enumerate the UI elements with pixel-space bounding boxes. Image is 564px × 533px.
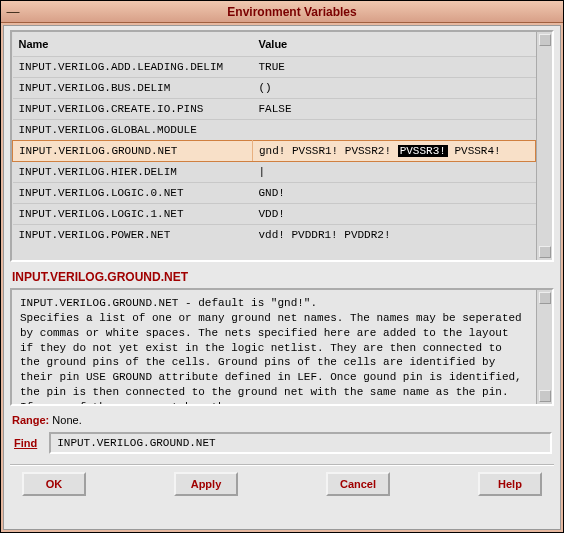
ok-button[interactable]: OK bbox=[22, 472, 86, 496]
env-table-body[interactable]: Name Value INPUT.VERILOG.ADD.LEADING.DEL… bbox=[12, 32, 536, 260]
cell-name: INPUT.VERILOG.CREATE.IO.PINS bbox=[13, 99, 253, 120]
col-header-name[interactable]: Name bbox=[13, 32, 253, 57]
scroll-track[interactable] bbox=[539, 304, 551, 390]
scroll-up-icon[interactable] bbox=[539, 292, 551, 304]
table-row[interactable]: INPUT.VERILOG.POWER.NETvdd! PVDDR1! PVDD… bbox=[13, 225, 536, 246]
cell-value: | bbox=[253, 162, 536, 183]
table-row[interactable]: INPUT.VERILOG.BUS.DELIM() bbox=[13, 78, 536, 99]
table-header-row: Name Value bbox=[13, 32, 536, 57]
description-scrollbar[interactable] bbox=[536, 290, 552, 404]
env-vars-window: — Environment Variables Name Value INPUT… bbox=[0, 0, 564, 533]
dialog-buttons: OK Apply Cancel Help bbox=[10, 472, 554, 498]
table-scrollbar[interactable] bbox=[536, 32, 552, 260]
description-panel: INPUT.VERILOG.GROUND.NET - default is "g… bbox=[10, 288, 554, 406]
find-button[interactable]: Find bbox=[12, 435, 39, 451]
range-row: Range: None. bbox=[10, 406, 554, 432]
find-input[interactable] bbox=[57, 437, 544, 449]
detail-heading: INPUT.VERILOG.GROUND.NET bbox=[10, 262, 554, 288]
table-row[interactable]: INPUT.VERILOG.LOGIC.0.NETGND! bbox=[13, 183, 536, 204]
table-row[interactable]: INPUT.VERILOG.LOGIC.1.NETVDD! bbox=[13, 204, 536, 225]
help-button[interactable]: Help bbox=[478, 472, 542, 496]
cell-name: INPUT.VERILOG.GLOBAL.MODULE bbox=[13, 120, 253, 141]
cell-name: INPUT.VERILOG.ADD.LEADING.DELIM bbox=[13, 57, 253, 78]
cell-name: INPUT.VERILOG.LOGIC.0.NET bbox=[13, 183, 253, 204]
scroll-down-icon[interactable] bbox=[539, 390, 551, 402]
range-value: None. bbox=[52, 414, 81, 426]
scroll-track[interactable] bbox=[539, 46, 551, 246]
cell-value: VDD! bbox=[253, 204, 536, 225]
apply-button[interactable]: Apply bbox=[174, 472, 238, 496]
cell-name: INPUT.VERILOG.LOGIC.1.NET bbox=[13, 204, 253, 225]
cell-value: GND! bbox=[253, 183, 536, 204]
cell-value: TRUE bbox=[253, 57, 536, 78]
cell-name: INPUT.VERILOG.POWER.NET bbox=[13, 225, 253, 246]
window-title: Environment Variables bbox=[25, 5, 559, 19]
cell-value: () bbox=[253, 78, 536, 99]
range-label: Range: bbox=[12, 414, 49, 426]
col-header-value[interactable]: Value bbox=[253, 32, 536, 57]
cell-name: INPUT.VERILOG.HIER.DELIM bbox=[13, 162, 253, 183]
scroll-up-icon[interactable] bbox=[539, 34, 551, 46]
env-table: Name Value INPUT.VERILOG.ADD.LEADING.DEL… bbox=[10, 30, 554, 262]
find-input-wrap bbox=[49, 432, 552, 454]
client-area: Name Value INPUT.VERILOG.ADD.LEADING.DEL… bbox=[3, 25, 561, 530]
cell-value: vdd! PVDDR1! PVDDR2! bbox=[253, 225, 536, 246]
selected-token: PVSSR3! bbox=[398, 145, 448, 157]
cell-value: FALSE bbox=[253, 99, 536, 120]
table-row[interactable]: INPUT.VERILOG.GROUND.NETgnd! PVSSR1! PVS… bbox=[13, 141, 536, 162]
cell-value: gnd! PVSSR1! PVSSR2! PVSSR3! PVSSR4! bbox=[253, 141, 536, 162]
cancel-button[interactable]: Cancel bbox=[326, 472, 390, 496]
cell-value bbox=[253, 120, 536, 141]
table-row[interactable]: INPUT.VERILOG.HIER.DELIM| bbox=[13, 162, 536, 183]
description-text[interactable]: INPUT.VERILOG.GROUND.NET - default is "g… bbox=[12, 290, 536, 404]
cell-name: INPUT.VERILOG.BUS.DELIM bbox=[13, 78, 253, 99]
table-row[interactable]: INPUT.VERILOG.CREATE.IO.PINSFALSE bbox=[13, 99, 536, 120]
divider bbox=[10, 464, 554, 466]
titlebar[interactable]: — Environment Variables bbox=[1, 1, 563, 23]
scroll-down-icon[interactable] bbox=[539, 246, 551, 258]
cell-name: INPUT.VERILOG.GROUND.NET bbox=[13, 141, 253, 162]
window-menu-icon[interactable]: — bbox=[5, 5, 21, 19]
find-row: Find bbox=[10, 432, 554, 460]
table-row[interactable]: INPUT.VERILOG.GLOBAL.MODULE bbox=[13, 120, 536, 141]
table-row[interactable]: INPUT.VERILOG.ADD.LEADING.DELIMTRUE bbox=[13, 57, 536, 78]
